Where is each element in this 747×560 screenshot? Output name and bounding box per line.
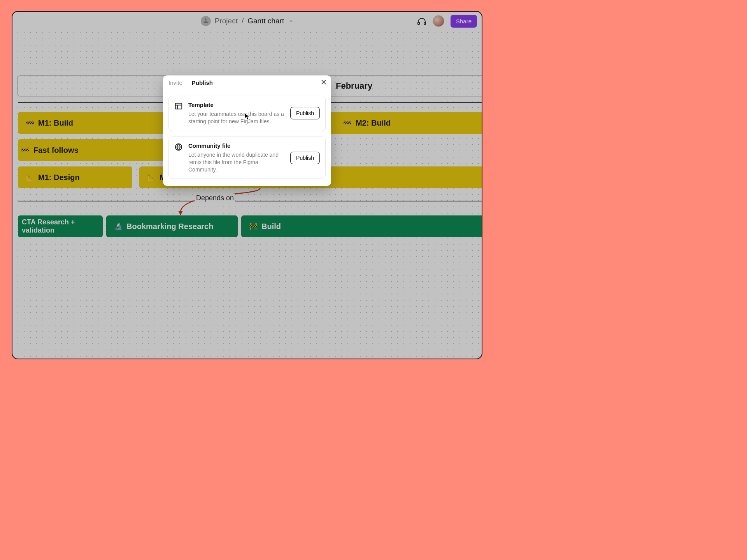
template-title: Template bbox=[188, 102, 285, 108]
template-description: Let your teammates use this board as a s… bbox=[188, 110, 285, 125]
publish-community-button[interactable]: Publish bbox=[290, 152, 320, 164]
mouse-cursor-icon bbox=[244, 113, 251, 122]
publish-template-button[interactable]: Publish bbox=[290, 107, 320, 119]
tab-publish[interactable]: Publish bbox=[192, 79, 213, 86]
modal-header: Invite Publish bbox=[163, 75, 331, 90]
globe-icon bbox=[174, 143, 183, 151]
close-icon[interactable] bbox=[320, 79, 327, 87]
publish-community-card: Community file Let anyone in the world d… bbox=[168, 136, 326, 179]
community-description: Let anyone in the world duplicate and re… bbox=[188, 151, 285, 173]
template-icon bbox=[174, 102, 183, 110]
tab-invite[interactable]: Invite bbox=[168, 79, 182, 86]
svg-rect-5 bbox=[175, 103, 182, 109]
community-title: Community file bbox=[188, 142, 285, 149]
publish-modal: Invite Publish Template Let your teammat… bbox=[163, 75, 331, 186]
